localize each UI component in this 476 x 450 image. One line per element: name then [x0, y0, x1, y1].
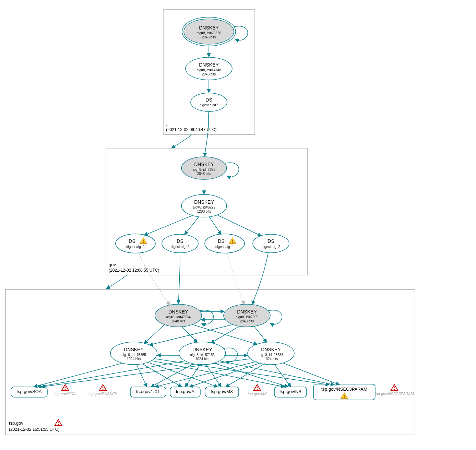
- edge-rootds-govksk: [205, 111, 209, 156]
- edge-govzsk-ds4: [217, 215, 261, 236]
- node-gov-ds4: DS digest alg=2: [253, 234, 289, 253]
- node-gov-ds2: DS digest alg=2: [162, 234, 198, 253]
- edge-govzsk-ds1: [144, 215, 193, 235]
- svg-text:DNSKEY: DNSKEY: [199, 25, 219, 31]
- svg-text:DNSKEY: DNSKEY: [194, 199, 214, 205]
- e-z1-nsec: [155, 359, 329, 385]
- edge-ksk2-zsk3: [254, 326, 267, 342]
- node-gov-ds1: DS digest alg=1: [116, 234, 155, 253]
- error-icon: [254, 384, 261, 390]
- e-z3-mx: [226, 364, 265, 387]
- node-tsp-ksk1: DNSKEY alg=8, id=47764 2048 bits: [155, 304, 202, 327]
- svg-text:2048 bits: 2048 bits: [197, 172, 211, 176]
- rrerr-dnskey: tsp.gov/DNSKEY: [88, 384, 117, 396]
- svg-text:1024 bits: 1024 bits: [264, 357, 278, 361]
- node-gov-ds3: DS digest alg=1: [205, 234, 245, 253]
- svg-text:tsp.gov/DNSKEY: tsp.gov/DNSKEY: [88, 392, 117, 396]
- node-tsp-zsk2: DNSKEY alg=8, id=57156 1024 bits: [179, 342, 226, 365]
- svg-text:tsp.gov/A: tsp.gov/A: [176, 389, 195, 394]
- selfloop-gov-ksk: [225, 163, 239, 177]
- rr-mx: tsp.gov/MX: [205, 387, 239, 397]
- zone-name-root: .: [166, 121, 167, 127]
- svg-text:tsp.gov/NS: tsp.gov/NS: [279, 389, 301, 394]
- edge-ksk2-zsk1: [149, 324, 233, 345]
- dnssec-graph: . (2021-12-02 09:46:47 UTC) DNSKEY alg=8…: [0, 0, 476, 450]
- svg-text:tsp.gov/MX: tsp.gov/MX: [248, 392, 267, 396]
- svg-text:digest alg=1: digest alg=1: [126, 245, 145, 249]
- svg-text:2048 bits: 2048 bits: [171, 319, 186, 323]
- rr-a: tsp.gov/A: [170, 387, 200, 397]
- svg-text:alg=8, id=2695: alg=8, id=2695: [236, 315, 259, 319]
- svg-text:tsp.gov/SOA: tsp.gov/SOA: [17, 389, 42, 394]
- svg-text:digest alg=2: digest alg=2: [171, 245, 190, 249]
- svg-point-30: [205, 234, 245, 253]
- svg-text:DNSKEY: DNSKEY: [261, 347, 281, 352]
- svg-text:2048 bits: 2048 bits: [240, 319, 254, 323]
- node-gov-ksk: DNSKEY alg=8, id=7698 2048 bits: [181, 157, 227, 179]
- svg-text:DNSKEY: DNSKEY: [168, 309, 188, 315]
- zone-ts-tsp: (2021-12-02 15:51:55 UTC): [9, 427, 59, 432]
- svg-text:alg=8, id=7698: alg=8, id=7698: [193, 168, 216, 171]
- svg-text:1024 bits: 1024 bits: [195, 357, 210, 361]
- svg-text:tsp.gov/NSEC3PARAM: tsp.gov/NSEC3PARAM: [375, 392, 414, 396]
- svg-text:DS: DS: [267, 238, 274, 244]
- edge-ksk2-zsk2: [211, 326, 240, 343]
- svg-text:alg=8, id=15855: alg=8, id=15855: [121, 353, 146, 357]
- svg-text:alg=8, id=57156: alg=8, id=57156: [190, 353, 215, 357]
- svg-text:digest alg=2: digest alg=2: [262, 245, 281, 249]
- svg-text:DS: DS: [129, 238, 135, 244]
- error-icon: [62, 384, 69, 390]
- rr-ns: tsp.gov/NS: [274, 387, 307, 397]
- svg-text:2048 bits: 2048 bits: [202, 35, 216, 39]
- rrerr-nsec3: tsp.gov/NSEC3PARAM: [375, 384, 414, 396]
- zone-arrow-root-gov: [171, 134, 192, 148]
- svg-point-24: [116, 234, 155, 253]
- edge-ds2-ksk1: [178, 253, 180, 304]
- zone-name-gov: gov: [109, 262, 116, 267]
- svg-text:tsp.gov/TXT: tsp.gov/TXT: [136, 389, 160, 394]
- rr-txt: tsp.gov/TXT: [130, 387, 166, 397]
- e-z3-nsec: [283, 363, 340, 385]
- edge-govzsk-ds3: [209, 217, 221, 235]
- svg-text:tsp.gov/SOA: tsp.gov/SOA: [55, 392, 76, 396]
- svg-text:2048 bits: 2048 bits: [202, 72, 216, 76]
- error-icon: [99, 384, 106, 390]
- svg-text:digest alg=1: digest alg=1: [215, 245, 234, 249]
- rr-soa: tsp.gov/SOA: [11, 387, 47, 397]
- zone-arrow-gov-tsp: [106, 275, 127, 289]
- svg-text:DS: DS: [177, 238, 183, 244]
- zone-ts-root: (2021-12-02 09:46:47 UTC): [166, 127, 216, 132]
- svg-text:digest alg=2: digest alg=2: [200, 103, 218, 107]
- selfloop-root-ksk: [234, 26, 248, 40]
- svg-text:alg=8, id=23688: alg=8, id=23688: [259, 353, 283, 357]
- svg-text:DNSKEY: DNSKEY: [199, 62, 219, 68]
- svg-text:DNSKEY: DNSKEY: [192, 347, 212, 352]
- svg-text:DS: DS: [218, 238, 224, 244]
- svg-text:DS: DS: [205, 97, 212, 103]
- error-icon: [55, 419, 62, 425]
- node-tsp-zsk1: DNSKEY alg=8, id=15855 1024 bits: [110, 342, 157, 365]
- svg-text:DNSKEY: DNSKEY: [124, 347, 144, 352]
- node-gov-zsk: DNSKEY alg=8, id=6229 1280 bits: [181, 194, 227, 217]
- edge-ksk1-zsk2: [182, 327, 197, 342]
- edge-ds1-ksk1: [139, 253, 170, 305]
- rrerr-soa: tsp.gov/SOA: [55, 384, 76, 396]
- node-root-ksk: DNSKEY alg=8, id=20326 2048 bits: [182, 17, 236, 46]
- e-z3-txt: [155, 362, 257, 387]
- zone-ts-gov: (2021-12-02 12:00:55 UTC): [109, 268, 159, 273]
- e-z1-soa: [34, 363, 123, 387]
- node-tsp-zsk3: DNSKEY alg=8, id=23688 1024 bits: [248, 342, 294, 365]
- svg-text:tsp.gov/MX: tsp.gov/MX: [211, 389, 233, 394]
- svg-text:DNSKEY: DNSKEY: [194, 162, 214, 167]
- edge-ds4-ksk2: [252, 253, 268, 305]
- node-root-zsk: DNSKEY alg=8, id=14748 2048 bits: [186, 57, 232, 80]
- edge-ds3-ksk2: [227, 253, 244, 305]
- svg-text:alg=8, id=6229: alg=8, id=6229: [193, 205, 216, 209]
- rr-nsec3param: tsp.gov/NSEC3PARAM: [313, 384, 375, 400]
- svg-text:1024 bits: 1024 bits: [127, 357, 141, 361]
- error-icon: [391, 384, 398, 390]
- svg-text:1280 bits: 1280 bits: [197, 210, 211, 213]
- node-root-ds: DS digest alg=2: [191, 93, 227, 111]
- svg-text:alg=8, id=47764: alg=8, id=47764: [166, 315, 191, 319]
- rrerr-mx: tsp.gov/MX: [248, 384, 267, 396]
